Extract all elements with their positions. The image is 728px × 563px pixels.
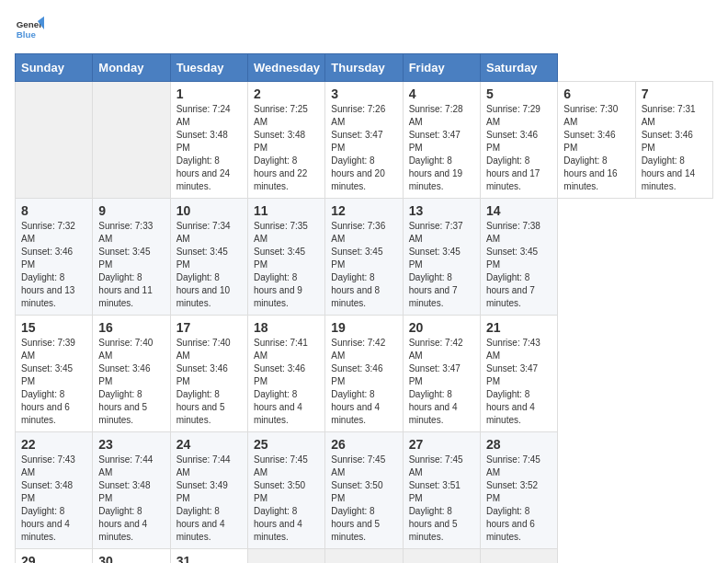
day-number: 22 — [21, 437, 86, 452]
day-number: 16 — [98, 320, 164, 335]
calendar-cell — [325, 549, 403, 564]
day-number: 11 — [254, 203, 319, 218]
calendar-cell: 4 Sunrise: 7:28 AMSunset: 3:47 PMDayligh… — [403, 82, 480, 199]
day-number: 19 — [331, 320, 396, 335]
sunrise-text: Sunrise: 7:41 AMSunset: 3:46 PMDaylight:… — [254, 338, 308, 425]
sunrise-text: Sunrise: 7:34 AMSunset: 3:45 PMDaylight:… — [176, 221, 231, 308]
calendar-cell: 23 Sunrise: 7:44 AMSunset: 3:48 PMDaylig… — [93, 432, 170, 549]
day-number: 30 — [98, 554, 164, 563]
day-number: 23 — [98, 437, 164, 452]
calendar-cell: 14 Sunrise: 7:38 AMSunset: 3:45 PMDaylig… — [480, 199, 557, 316]
page-header: General Blue — [15, 15, 713, 44]
sunrise-text: Sunrise: 7:39 AMSunset: 3:45 PMDaylight:… — [21, 338, 75, 425]
sunrise-text: Sunrise: 7:26 AMSunset: 3:47 PMDaylight:… — [331, 104, 385, 191]
day-number: 7 — [642, 86, 707, 101]
day-number: 28 — [486, 437, 552, 452]
calendar-cell: 27 Sunrise: 7:45 AMSunset: 3:51 PMDaylig… — [403, 432, 480, 549]
day-number: 13 — [409, 203, 474, 218]
logo-icon: General Blue — [15, 15, 44, 44]
sunrise-text: Sunrise: 7:31 AMSunset: 3:46 PMDaylight:… — [642, 104, 696, 191]
calendar-cell: 8 Sunrise: 7:32 AMSunset: 3:46 PMDayligh… — [16, 199, 93, 316]
sunrise-text: Sunrise: 7:37 AMSunset: 3:45 PMDaylight:… — [409, 221, 463, 308]
calendar-cell — [16, 82, 93, 199]
day-number: 2 — [254, 86, 319, 101]
calendar-cell: 24 Sunrise: 7:44 AMSunset: 3:49 PMDaylig… — [170, 432, 247, 549]
day-number: 15 — [21, 320, 86, 335]
calendar-cell: 25 Sunrise: 7:45 AMSunset: 3:50 PMDaylig… — [247, 432, 324, 549]
day-number: 5 — [486, 86, 552, 101]
day-number: 9 — [98, 203, 164, 218]
sunrise-text: Sunrise: 7:44 AMSunset: 3:49 PMDaylight:… — [176, 454, 231, 542]
calendar-cell: 19 Sunrise: 7:42 AMSunset: 3:46 PMDaylig… — [325, 316, 403, 432]
calendar-cell: 29 Sunrise: 7:45 AMSunset: 3:53 PMDaylig… — [16, 549, 93, 564]
calendar-cell: 12 Sunrise: 7:36 AMSunset: 3:45 PMDaylig… — [325, 199, 403, 316]
weekday-header-wednesday: Wednesday — [247, 54, 324, 82]
day-number: 12 — [331, 203, 396, 218]
sunrise-text: Sunrise: 7:42 AMSunset: 3:46 PMDaylight:… — [331, 338, 385, 425]
weekday-header-sunday: Sunday — [16, 54, 93, 82]
sunrise-text: Sunrise: 7:43 AMSunset: 3:48 PMDaylight:… — [21, 454, 75, 542]
calendar-cell: 9 Sunrise: 7:33 AMSunset: 3:45 PMDayligh… — [93, 199, 170, 316]
calendar-cell: 6 Sunrise: 7:30 AMSunset: 3:46 PMDayligh… — [558, 82, 635, 199]
sunrise-text: Sunrise: 7:28 AMSunset: 3:47 PMDaylight:… — [409, 104, 463, 191]
day-number: 29 — [21, 554, 86, 563]
calendar-cell: 28 Sunrise: 7:45 AMSunset: 3:52 PMDaylig… — [480, 432, 557, 549]
sunrise-text: Sunrise: 7:42 AMSunset: 3:47 PMDaylight:… — [409, 338, 463, 425]
sunrise-text: Sunrise: 7:29 AMSunset: 3:46 PMDaylight:… — [486, 104, 540, 191]
day-number: 14 — [486, 203, 552, 218]
sunrise-text: Sunrise: 7:32 AMSunset: 3:46 PMDaylight:… — [21, 221, 75, 308]
calendar-cell: 15 Sunrise: 7:39 AMSunset: 3:45 PMDaylig… — [16, 316, 93, 432]
calendar-week-1: 1 Sunrise: 7:24 AMSunset: 3:48 PMDayligh… — [16, 82, 713, 199]
sunrise-text: Sunrise: 7:40 AMSunset: 3:46 PMDaylight:… — [98, 338, 153, 425]
day-number: 20 — [409, 320, 474, 335]
calendar-table: SundayMondayTuesdayWednesdayThursdayFrid… — [15, 53, 713, 563]
calendar-cell: 18 Sunrise: 7:41 AMSunset: 3:46 PMDaylig… — [247, 316, 324, 432]
calendar-week-5: 29 Sunrise: 7:45 AMSunset: 3:53 PMDaylig… — [16, 549, 713, 564]
sunrise-text: Sunrise: 7:25 AMSunset: 3:48 PMDaylight:… — [254, 104, 308, 191]
weekday-header-friday: Friday — [403, 54, 480, 82]
day-number: 31 — [176, 554, 242, 563]
calendar-week-3: 15 Sunrise: 7:39 AMSunset: 3:45 PMDaylig… — [16, 316, 713, 432]
day-number: 1 — [176, 86, 242, 101]
calendar-cell: 26 Sunrise: 7:45 AMSunset: 3:50 PMDaylig… — [325, 432, 403, 549]
calendar-cell: 30 Sunrise: 7:45 AMSunset: 3:54 PMDaylig… — [93, 549, 170, 564]
day-number: 26 — [331, 437, 396, 452]
day-number: 17 — [176, 320, 242, 335]
calendar-cell: 20 Sunrise: 7:42 AMSunset: 3:47 PMDaylig… — [403, 316, 480, 432]
day-number: 10 — [176, 203, 242, 218]
day-number: 8 — [21, 203, 86, 218]
day-number: 25 — [254, 437, 319, 452]
sunrise-text: Sunrise: 7:35 AMSunset: 3:45 PMDaylight:… — [254, 221, 308, 308]
calendar-cell — [403, 549, 480, 564]
day-number: 3 — [331, 86, 396, 101]
weekday-header-tuesday: Tuesday — [170, 54, 247, 82]
sunrise-text: Sunrise: 7:45 AMSunset: 3:52 PMDaylight:… — [486, 454, 540, 542]
calendar-cell: 22 Sunrise: 7:43 AMSunset: 3:48 PMDaylig… — [16, 432, 93, 549]
calendar-cell: 11 Sunrise: 7:35 AMSunset: 3:45 PMDaylig… — [247, 199, 324, 316]
calendar-week-4: 22 Sunrise: 7:43 AMSunset: 3:48 PMDaylig… — [16, 432, 713, 549]
weekday-header-monday: Monday — [93, 54, 170, 82]
calendar-cell — [247, 549, 324, 564]
calendar-cell: 1 Sunrise: 7:24 AMSunset: 3:48 PMDayligh… — [170, 82, 247, 199]
weekday-header-thursday: Thursday — [325, 54, 403, 82]
calendar-cell: 17 Sunrise: 7:40 AMSunset: 3:46 PMDaylig… — [170, 316, 247, 432]
calendar-cell — [93, 82, 170, 199]
calendar-cell: 31 Sunrise: 7:46 AMSunset: 3:54 PMDaylig… — [170, 549, 247, 564]
calendar-cell: 5 Sunrise: 7:29 AMSunset: 3:46 PMDayligh… — [480, 82, 557, 199]
sunrise-text: Sunrise: 7:38 AMSunset: 3:45 PMDaylight:… — [486, 221, 540, 308]
day-number: 18 — [254, 320, 319, 335]
calendar-cell: 10 Sunrise: 7:34 AMSunset: 3:45 PMDaylig… — [170, 199, 247, 316]
calendar-cell: 2 Sunrise: 7:25 AMSunset: 3:48 PMDayligh… — [247, 82, 324, 199]
day-number: 4 — [409, 86, 474, 101]
sunrise-text: Sunrise: 7:40 AMSunset: 3:46 PMDaylight:… — [176, 338, 231, 425]
day-number: 6 — [563, 86, 629, 101]
sunrise-text: Sunrise: 7:30 AMSunset: 3:46 PMDaylight:… — [563, 104, 618, 191]
sunrise-text: Sunrise: 7:43 AMSunset: 3:47 PMDaylight:… — [486, 338, 540, 425]
sunrise-text: Sunrise: 7:45 AMSunset: 3:51 PMDaylight:… — [409, 454, 463, 542]
calendar-cell: 21 Sunrise: 7:43 AMSunset: 3:47 PMDaylig… — [480, 316, 557, 432]
sunrise-text: Sunrise: 7:44 AMSunset: 3:48 PMDaylight:… — [98, 454, 153, 542]
sunrise-text: Sunrise: 7:33 AMSunset: 3:45 PMDaylight:… — [98, 221, 153, 308]
calendar-cell: 13 Sunrise: 7:37 AMSunset: 3:45 PMDaylig… — [403, 199, 480, 316]
calendar-cell: 16 Sunrise: 7:40 AMSunset: 3:46 PMDaylig… — [93, 316, 170, 432]
day-number: 21 — [486, 320, 552, 335]
